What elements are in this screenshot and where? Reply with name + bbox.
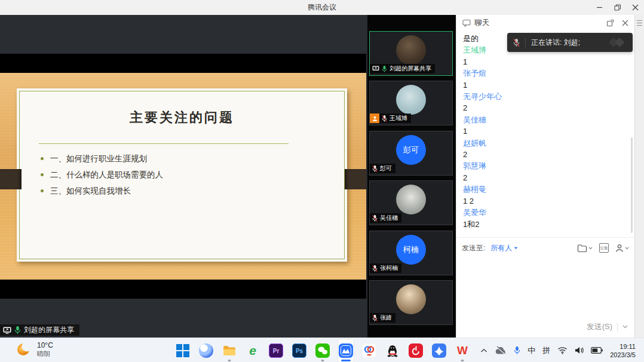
slide-bullet: 二、什么样的人是职场需要的人	[41, 167, 163, 183]
chat-sender: 赫栩曼	[463, 183, 628, 195]
start-button[interactable]	[175, 339, 191, 362]
wechat-icon	[315, 343, 330, 358]
participant-tile-pengke[interactable]: 彭可 彭可	[369, 131, 453, 176]
chat-sender: 郭慧琳	[463, 160, 628, 171]
chat-message: 2	[463, 149, 628, 160]
chat-message: 1	[463, 56, 628, 68]
browser-app-button[interactable]	[198, 339, 214, 362]
rings-app-icon	[362, 343, 376, 358]
participant-tile-zhangkenan[interactable]: 柯楠 张柯楠	[369, 231, 453, 275]
toast-divider	[525, 38, 526, 47]
tray-chevron-up-icon[interactable]	[480, 348, 487, 353]
clock-date: 2023/3/5	[610, 351, 636, 359]
avatar	[396, 185, 426, 214]
speaking-toast-text: 正在讲话: 刘超;	[531, 38, 580, 48]
chat-sender: 吴佳穗	[463, 114, 628, 125]
announcement-button[interactable]: 公告	[599, 243, 609, 253]
participant-name: 张婧	[380, 314, 392, 322]
chat-sender: 无寻少年心	[463, 91, 628, 102]
member-select-button[interactable]	[615, 244, 629, 253]
mic-on-icon	[382, 65, 387, 73]
participant-tile-wangyubo[interactable]: 王域博	[369, 81, 453, 125]
running-indicator	[321, 360, 324, 361]
photoshop-button[interactable]: Ps	[292, 339, 307, 362]
speaker-icon[interactable]	[575, 346, 584, 354]
letterbox-top	[0, 54, 366, 73]
close-button[interactable]	[631, 4, 639, 12]
chat-sender: 吴爱华	[463, 207, 628, 218]
ime-language-indicator[interactable]: 中	[528, 345, 535, 356]
battery-charging-icon[interactable]	[591, 347, 603, 354]
chat-panel: 聊天 是的 王域博 1 张予煊 1 无寻少年心 2 吴佳穗 1 赵妍帆 2 郭慧…	[456, 15, 634, 338]
weather-widget[interactable]: 10°C 晴朗	[16, 341, 53, 358]
slide-bullet-list: 一、如何进行职业生涯规划 二、什么样的人是职场需要的人 三、如何实现自我增长	[41, 151, 163, 199]
avatar: 彭可	[396, 135, 426, 165]
premiere-icon: Pr	[269, 343, 283, 358]
active-indicator	[341, 360, 351, 361]
file-explorer-button[interactable]	[222, 339, 237, 362]
chat-message: 1和2	[463, 219, 628, 230]
minimize-button[interactable]	[595, 4, 603, 12]
mic-muted-icon	[382, 115, 387, 122]
wps-button[interactable]: W	[455, 339, 470, 362]
premiere-button[interactable]: Pr	[268, 339, 284, 362]
chevron-down-icon	[588, 247, 593, 250]
rings-app-button[interactable]	[361, 339, 377, 362]
participant-name: 王域博	[390, 114, 407, 122]
system-tray: 中 拼 19:11 2023/3/5	[480, 338, 636, 362]
participant-tile-wujiasui[interactable]: 吴佳穗	[369, 180, 453, 225]
mic-muted-icon	[372, 165, 378, 173]
avatar-initials: 柯楠	[403, 244, 419, 255]
mic-in-use-icon[interactable]	[514, 346, 520, 355]
participant-tile-liuchao-share[interactable]: 刘超的屏幕共享	[369, 31, 453, 76]
taskbar-dock: e Pr Ps	[175, 339, 470, 362]
restore-button[interactable]	[613, 4, 621, 12]
chat-panel-title: 聊天	[474, 18, 489, 28]
file-share-button[interactable]	[577, 244, 593, 253]
mic-muted-icon	[372, 265, 378, 272]
window-title: 腾讯会议	[0, 0, 644, 15]
participant-name: 彭可	[380, 164, 392, 173]
close-chat-icon[interactable]	[622, 20, 628, 26]
tencent-meeting-window: 腾讯会议 主要关注的问题 一、如何进行职业生涯规划 二、什么样的人是职场需要的人…	[0, 0, 644, 362]
cloud-sync-icon[interactable]	[495, 346, 507, 355]
chat-message: 1	[463, 79, 628, 91]
avatar	[396, 35, 426, 65]
running-indicator	[228, 360, 231, 361]
taskbar-clock[interactable]: 19:11 2023/3/5	[610, 342, 636, 359]
screen-share-icon	[372, 66, 379, 72]
wifi-icon[interactable]	[557, 346, 568, 354]
popout-icon[interactable]	[606, 19, 614, 27]
panel-menu-icon[interactable]	[637, 20, 642, 26]
send-options-chevron-icon[interactable]	[622, 325, 628, 329]
ime-pinyin-indicator[interactable]: 拼	[542, 345, 550, 356]
slide-decor-tab-right	[345, 169, 366, 189]
slide-bullet: 三、如何实现自我增长	[41, 183, 163, 199]
weather-condition: 晴朗	[37, 349, 53, 358]
tencent-meeting-button[interactable]	[338, 339, 354, 362]
chat-sender: 张予煊	[463, 68, 628, 79]
chat-scrollbar[interactable]	[631, 137, 633, 233]
slide-decor-tab-left	[0, 169, 22, 189]
chat-input[interactable]	[456, 256, 634, 324]
presentation-slide: 主要关注的问题 一、如何进行职业生涯规划 二、什么样的人是职场需要的人 三、如何…	[17, 88, 347, 262]
send-divider	[617, 323, 618, 332]
photoshop-icon: Ps	[292, 343, 306, 358]
wps-icon: W	[457, 344, 468, 357]
tencent-meeting-icon	[339, 343, 353, 358]
xunlei-button[interactable]	[431, 339, 447, 362]
weather-temp: 10°C	[37, 341, 53, 349]
taskbar: 10°C 晴朗 e Pr Ps	[0, 338, 644, 362]
send-to-dropdown[interactable]: 所有人	[490, 243, 518, 253]
collapsed-panel-strip	[634, 15, 644, 338]
send-button[interactable]: 发送(S)	[587, 321, 612, 332]
chevron-down-icon	[625, 247, 629, 250]
slide-bullet: 一、如何进行职业生涯规划	[41, 151, 163, 167]
netease-music-button[interactable]	[408, 339, 424, 362]
internet-explorer-button[interactable]: e	[245, 339, 260, 362]
avatar-initials: 彭可	[403, 145, 419, 155]
participant-tile-zhangjing[interactable]: 张婧	[369, 280, 453, 325]
chat-message: 1 2	[463, 195, 628, 207]
wechat-button[interactable]	[315, 339, 330, 362]
qq-button[interactable]	[385, 339, 400, 362]
